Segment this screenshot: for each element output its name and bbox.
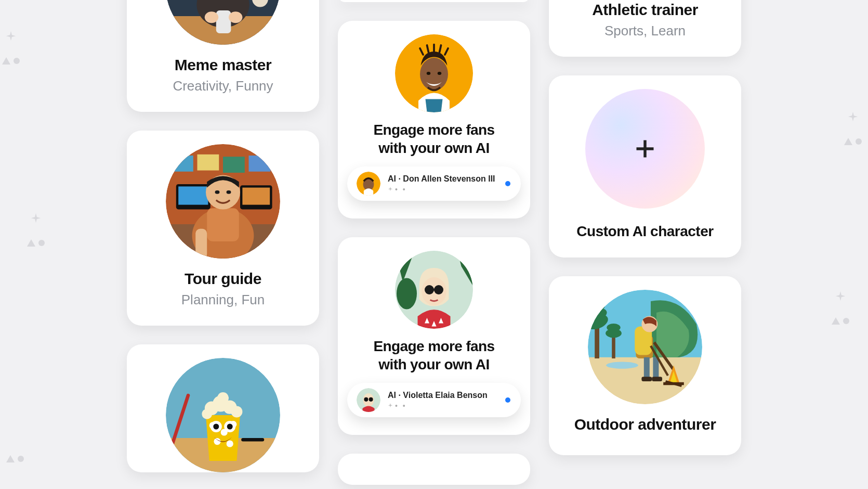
card-engage-don[interactable]: Engage more fans with your own AI AI · D… [338,21,530,218]
svg-rect-31 [207,208,239,241]
unread-dot [505,397,510,403]
svg-point-99 [607,324,620,331]
ai-pill-violetta[interactable]: AI · Violetta Elaia Benson • • [347,383,521,417]
sparkle-decoration [835,291,846,303]
sparkle-decoration [844,138,862,145]
svg-rect-105 [641,377,652,381]
card-title: Meme master [140,56,306,74]
avatar-popcorn [166,358,280,472]
engage-headline: Engage more fans with your own AI [351,337,517,374]
svg-rect-106 [652,377,662,381]
svg-rect-28 [242,188,270,205]
custom-ai-circle [585,89,705,209]
svg-point-76 [434,285,443,294]
card-engage-violetta[interactable]: Engage more fans with your own AI AI · V… [338,237,530,435]
svg-rect-21 [172,156,193,172]
sparkle-decoration [832,317,849,325]
card-tags: Sports, Learn [562,23,728,39]
svg-point-48 [202,409,212,419]
engage-line1: Engage more fans [373,122,494,138]
card-stub-bottom [338,454,530,485]
ai-pill-don[interactable]: AI · Don Allen Stevenson III • • [347,166,521,201]
avatar-violetta [395,251,473,329]
sparkle-decoration [30,213,42,225]
card-title: Outdoor adventurer [562,416,728,433]
avatar-outdoor [588,290,702,404]
sparkle-decoration [6,455,24,462]
typing-indicator: • • [388,402,511,409]
card-outdoor-adventurer[interactable]: Outdoor adventurer [549,276,741,455]
pill-name: AI · Violetta Elaia Benson [388,391,511,400]
column-middle: Engage more fans with your own AI AI · D… [338,0,530,485]
svg-rect-97 [612,336,615,358]
sparkle-decoration [847,112,859,123]
typing-indicator: • • [388,186,511,193]
card-popcorn[interactable] [127,344,319,472]
unread-dot [505,181,510,186]
card-stub [338,0,530,2]
card-tour-guide[interactable]: Tour guide Planning, Fun [127,131,319,326]
plus-icon [634,137,656,160]
svg-point-81 [369,397,373,402]
card-meme-master[interactable]: Meme master Creativity, Funny [127,0,319,112]
svg-rect-77 [433,289,435,291]
svg-point-34 [227,190,231,194]
svg-point-113 [606,362,638,369]
avatar-don [395,34,473,112]
card-tags: Creativity, Funny [140,78,306,94]
svg-point-43 [227,440,233,447]
avatar-meme-master [166,0,280,45]
svg-rect-22 [198,155,219,171]
sparkle-decoration [2,57,20,65]
engage-line2: with your own AI [378,356,489,372]
svg-rect-23 [223,157,245,173]
svg-point-75 [425,285,434,294]
svg-point-53 [227,424,233,430]
svg-point-65 [438,72,442,75]
svg-point-17 [205,11,218,23]
card-tags: Planning, Fun [140,292,306,308]
svg-rect-35 [195,229,207,259]
svg-rect-24 [249,156,271,172]
card-title: Athletic trainer [562,1,728,19]
engage-line1: Engage more fans [373,338,494,354]
svg-rect-103 [644,357,650,378]
mini-avatar [357,388,380,412]
svg-point-47 [231,406,242,417]
engage-headline: Engage more fans with your own AI [351,121,517,157]
svg-point-42 [214,438,220,445]
mini-avatar [357,172,380,196]
column-right: Athletic trainer Sports, Learn Custom AI… [549,0,741,485]
column-left: Meme master Creativity, Funny [127,0,319,485]
engage-line2: with your own AI [378,140,489,156]
svg-rect-93 [595,324,599,358]
svg-rect-55 [241,438,264,442]
card-title: Tour guide [140,270,306,288]
svg-point-49 [217,392,229,404]
svg-rect-26 [178,186,208,204]
svg-point-64 [427,72,431,75]
svg-rect-16 [216,10,231,33]
svg-point-70 [397,278,417,310]
svg-point-33 [215,190,220,194]
svg-point-52 [213,424,219,430]
card-athletic-trainer[interactable]: Athletic trainer Sports, Learn [549,0,741,57]
card-custom-ai[interactable]: Custom AI character [549,75,741,258]
svg-point-18 [229,11,242,23]
card-title: Custom AI character [562,223,728,240]
pill-name: AI · Don Allen Stevenson III [388,174,511,184]
avatar-tour-guide [166,144,280,259]
sparkle-decoration [5,31,17,43]
svg-point-80 [364,397,368,402]
sparkle-decoration [27,239,45,247]
